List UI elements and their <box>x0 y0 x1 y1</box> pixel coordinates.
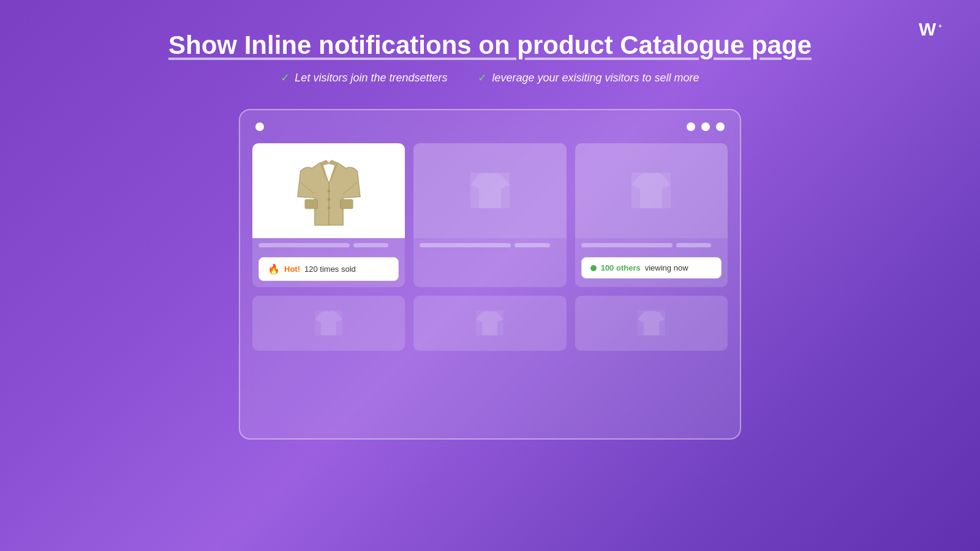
svg-point-5 <box>327 189 330 192</box>
subtitle-item-2: ✓ leverage your exisiting visitors to se… <box>478 71 699 84</box>
viewers-text: viewing now <box>645 263 688 272</box>
browser-dots-right <box>687 122 725 131</box>
browser-dot-right-2 <box>701 122 710 131</box>
product-card-partial-2 <box>413 296 566 351</box>
subtitle-row: ✓ Let visitors join the trendsetters ✓ l… <box>281 71 699 84</box>
viewers-count: 100 others <box>601 263 641 272</box>
subtitle-text-2: leverage your exisiting visitors to sell… <box>492 72 699 84</box>
logo: W + <box>919 18 949 44</box>
svg-rect-3 <box>340 199 352 208</box>
svg-text:W: W <box>919 19 937 39</box>
meta-bar <box>258 243 350 247</box>
browser-chrome <box>252 122 728 131</box>
meta-bar <box>676 243 711 247</box>
viewers-badge: 100 others viewing now <box>581 257 722 279</box>
subtitle-text-1: Let visitors join the trendsetters <box>295 72 447 84</box>
hot-badge: 🔥 Hot! 120 times sold <box>258 257 399 281</box>
product-meta-jacket <box>252 238 405 252</box>
product-meta-middle <box>413 238 566 252</box>
hot-text: 120 times sold <box>304 264 356 274</box>
product-image-middle <box>413 143 566 238</box>
browser-dot-left <box>255 122 264 131</box>
svg-text:+: + <box>938 23 942 29</box>
check-icon-2: ✓ <box>478 71 487 84</box>
product-meta-right <box>575 238 728 252</box>
product-grid-bottom <box>252 296 728 351</box>
meta-bar <box>353 243 388 247</box>
product-card-partial-1 <box>252 296 405 351</box>
product-card-partial-3 <box>575 296 728 351</box>
product-image-jacket <box>252 143 405 238</box>
fire-icon: 🔥 <box>268 263 280 275</box>
meta-bar <box>581 243 673 247</box>
meta-bar <box>420 243 511 247</box>
browser-dot-right-1 <box>687 122 695 131</box>
svg-point-6 <box>327 198 330 201</box>
meta-bar <box>514 243 549 247</box>
page-title: Show Inline notifications on product Cat… <box>168 31 812 60</box>
hot-label: Hot! <box>284 264 300 274</box>
product-card-right: 100 others viewing now <box>575 143 728 287</box>
product-grid-top: 🔥 Hot! 120 times sold <box>252 143 728 287</box>
svg-rect-2 <box>305 199 317 208</box>
subtitle-item-1: ✓ Let visitors join the trendsetters <box>281 71 447 84</box>
product-card-middle <box>413 143 566 287</box>
svg-point-7 <box>327 206 330 209</box>
product-card-jacket: 🔥 Hot! 120 times sold <box>252 143 405 287</box>
product-image-right <box>575 143 728 238</box>
check-icon-1: ✓ <box>281 71 290 84</box>
green-dot-icon <box>590 265 597 271</box>
browser-window: 🔥 Hot! 120 times sold <box>239 109 741 440</box>
browser-dot-right-3 <box>716 122 725 131</box>
